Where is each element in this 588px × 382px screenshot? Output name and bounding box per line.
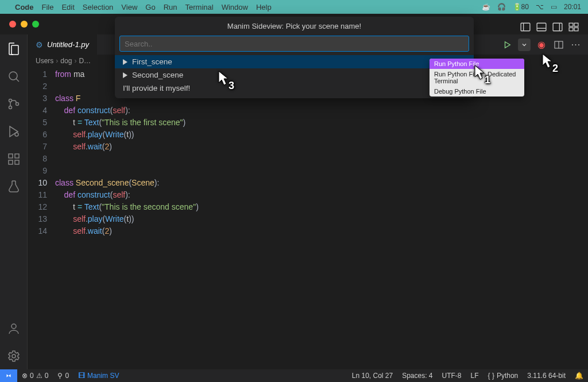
app-name[interactable]: Code xyxy=(15,3,34,11)
more-actions-icon[interactable]: ··· xyxy=(570,38,582,51)
menu-terminal[interactable]: Terminal xyxy=(185,3,214,11)
quick-picker-item-second[interactable]: Second_scene xyxy=(115,68,474,82)
editor-layout-controls xyxy=(520,22,579,34)
python-file-icon: ⚙ xyxy=(36,40,43,49)
film-icon: 🎞 xyxy=(78,372,85,380)
warning-icon: ⚠ xyxy=(36,372,42,380)
svg-rect-9 xyxy=(574,28,578,31)
svg-rect-19 xyxy=(15,154,19,158)
line-gutter: 1234567891011121314 xyxy=(28,68,55,369)
extensions-icon[interactable] xyxy=(6,152,21,167)
quick-picker: Manim Sideview: Pick your scene name! Fi… xyxy=(115,17,474,98)
svg-point-15 xyxy=(15,133,18,136)
svg-line-11 xyxy=(16,79,19,82)
svg-point-22 xyxy=(12,354,16,358)
macos-menubar: Code File Edit Selection View Go Run Ter… xyxy=(0,0,588,14)
notifications-icon[interactable]: 🔔 xyxy=(570,372,588,380)
cursor-position[interactable]: Ln 10, Col 27 xyxy=(347,372,397,380)
quick-picker-item-manual[interactable]: I'll provide it myself! xyxy=(115,82,474,95)
remote-indicator[interactable] xyxy=(0,369,17,382)
eol[interactable]: LF xyxy=(466,372,483,380)
menu-run[interactable]: Run xyxy=(164,3,177,11)
status-bar: ⊗0 ⚠0 ⚲0 🎞Manim SV Ln 10, Col 27 Spaces:… xyxy=(0,369,588,382)
svg-rect-2 xyxy=(537,23,546,31)
play-icon xyxy=(123,72,127,78)
svg-rect-17 xyxy=(9,160,13,164)
menu-go[interactable]: Go xyxy=(145,3,155,11)
explorer-icon[interactable] xyxy=(6,41,21,56)
svg-point-12 xyxy=(9,99,11,102)
svg-rect-0 xyxy=(521,23,530,31)
minimize-window-button[interactable] xyxy=(21,21,28,28)
status-coffee-icon[interactable]: ☕ xyxy=(482,3,490,11)
menu-help[interactable]: Help xyxy=(256,3,272,11)
window-controls xyxy=(9,21,39,28)
problems-indicator[interactable]: ⊗0 ⚠0 xyxy=(17,372,53,380)
svg-rect-16 xyxy=(9,154,13,158)
tab-untitled[interactable]: ⚙ Untitled-1.py xyxy=(28,34,98,55)
error-icon: ⊗ xyxy=(22,372,28,380)
layout-left-icon[interactable] xyxy=(520,22,531,34)
run-menu-item-debug[interactable]: Debug Python File xyxy=(430,86,524,97)
menu-view[interactable]: View xyxy=(121,3,137,11)
close-window-button[interactable] xyxy=(9,21,16,28)
split-editor-icon[interactable] xyxy=(552,38,565,51)
layout-grid-icon[interactable] xyxy=(568,22,579,34)
quick-picker-search[interactable] xyxy=(119,36,469,52)
svg-point-13 xyxy=(9,106,11,109)
indentation[interactable]: Spaces: 4 xyxy=(397,372,437,380)
status-display-icon[interactable]: ▭ xyxy=(551,3,557,11)
quick-picker-input[interactable] xyxy=(125,40,464,48)
svg-point-21 xyxy=(11,324,16,329)
svg-rect-4 xyxy=(553,23,562,31)
run-menu-item-dedicated[interactable]: Run Python File in Dedicated Terminal xyxy=(430,69,524,86)
status-headphones-icon[interactable]: 🎧 xyxy=(497,3,506,11)
svg-rect-7 xyxy=(574,23,578,26)
svg-rect-6 xyxy=(569,23,573,26)
run-play-icon[interactable] xyxy=(501,38,513,51)
run-dropdown-button[interactable] xyxy=(518,38,531,51)
ports-indicator[interactable]: ⚲0 xyxy=(53,372,74,380)
radio-icon: ⚲ xyxy=(57,372,63,380)
menu-window[interactable]: Window xyxy=(222,3,248,11)
tab-filename: Untitled-1.py xyxy=(47,40,89,49)
status-time[interactable]: 20:01 xyxy=(564,3,581,11)
status-switch-icon[interactable]: ⌥ xyxy=(536,3,544,11)
quick-picker-item-first[interactable]: First_scene xyxy=(115,55,474,68)
run-debug-icon[interactable] xyxy=(6,124,21,139)
python-interpreter[interactable]: 3.11.6 64-bit xyxy=(523,372,570,380)
breadcrumb-part[interactable]: dog xyxy=(60,57,72,65)
menu-edit[interactable]: Edit xyxy=(61,3,74,11)
accounts-icon[interactable] xyxy=(6,321,21,336)
code-content[interactable]: from ma class F def construct(self): t =… xyxy=(55,68,588,369)
activity-bar xyxy=(0,34,28,369)
menu-file[interactable]: File xyxy=(42,3,54,11)
manim-sv-status[interactable]: 🎞Manim SV xyxy=(74,372,123,380)
testing-icon[interactable] xyxy=(6,179,21,194)
maximize-window-button[interactable] xyxy=(32,21,39,28)
svg-rect-8 xyxy=(569,28,573,31)
search-icon[interactable] xyxy=(6,69,21,84)
layout-bottom-icon[interactable] xyxy=(536,22,547,34)
svg-point-10 xyxy=(9,72,17,80)
encoding[interactable]: UTF-8 xyxy=(438,372,466,380)
language-mode[interactable]: { } Python xyxy=(483,372,523,380)
run-dropdown-menu: Run Python File Run Python File in Dedic… xyxy=(430,59,524,97)
layout-right-icon[interactable] xyxy=(552,22,563,34)
run-menu-item-run[interactable]: Run Python File xyxy=(430,59,524,69)
svg-point-14 xyxy=(16,103,18,106)
menu-selection[interactable]: Selection xyxy=(83,3,113,11)
svg-rect-18 xyxy=(15,160,19,164)
settings-gear-icon[interactable] xyxy=(6,349,21,364)
breadcrumb-part[interactable]: D… xyxy=(79,57,91,65)
status-battery-icon[interactable]: 🔋80 xyxy=(513,3,529,11)
code-editor[interactable]: 1234567891011121314 from ma class F def … xyxy=(28,67,588,369)
quick-picker-title: Manim Sideview: Pick your scene name! xyxy=(115,17,474,36)
play-icon xyxy=(123,59,127,65)
source-control-icon[interactable] xyxy=(6,97,21,111)
breadcrumb-part[interactable]: Users xyxy=(36,57,53,65)
manim-record-icon[interactable]: ◉ xyxy=(535,38,548,51)
